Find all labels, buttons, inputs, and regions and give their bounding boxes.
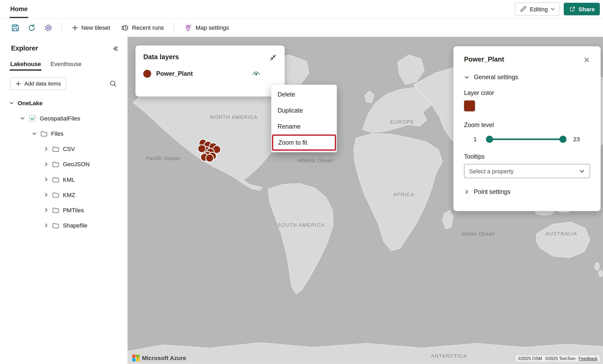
- folder-icon: [52, 161, 59, 168]
- menu-item-zoom-to-fit[interactable]: Zoom to fit: [272, 135, 336, 151]
- folder-icon: [52, 206, 59, 214]
- tree-item-label: PMTiles: [63, 207, 84, 213]
- tree-item-onelake[interactable]: OneLake: [0, 95, 127, 110]
- slider-track[interactable]: [488, 138, 564, 140]
- new-tileset-button[interactable]: New tileset: [69, 23, 112, 33]
- tab-lakehouse[interactable]: Lakehouse: [6, 57, 46, 71]
- map-label-north-america: NORTH AMERICA: [210, 115, 258, 120]
- zoom-min-value: 1: [474, 136, 477, 142]
- chevron-down-icon[interactable]: [31, 131, 37, 136]
- share-label: Share: [578, 6, 595, 12]
- chevron-down-icon: [551, 7, 555, 11]
- layer-row-power-plant[interactable]: Power_Plant: [143, 70, 277, 78]
- map-brand: Microsoft Azure: [132, 355, 186, 361]
- save-button[interactable]: [10, 23, 21, 33]
- attribution-osm: ©2025 OSM: [518, 356, 542, 361]
- tree-item-pmtiles[interactable]: PMTiles: [0, 203, 127, 218]
- tree-item-label: Shapefile: [63, 222, 87, 229]
- tooltips-property-dropdown[interactable]: Select a property: [464, 164, 590, 178]
- slider-thumb-min[interactable]: [486, 136, 493, 143]
- tree-item-files[interactable]: Files: [0, 126, 127, 141]
- map-label-europe: EUROPE: [391, 119, 414, 125]
- editing-mode-button[interactable]: Editing: [515, 2, 560, 16]
- collapse-panel-icon[interactable]: [112, 45, 119, 52]
- tree-item-label: KMZ: [63, 191, 75, 198]
- top-bar: Home Editing Share: [0, 0, 603, 18]
- pencil-icon: [520, 6, 527, 13]
- chevron-down-icon: [464, 74, 470, 80]
- map-label-atlantic-ocean: Atlantic Ocean: [297, 158, 333, 163]
- layer-visibility-eye-icon[interactable]: [252, 70, 260, 78]
- tab-eventhouse-label: Eventhouse: [50, 60, 81, 67]
- menu-item-rename[interactable]: Rename: [271, 118, 337, 134]
- tab-lakehouse-label: Lakehouse: [10, 60, 41, 67]
- map-settings-label: Map settings: [196, 24, 229, 31]
- menu-item-duplicate[interactable]: Duplicate: [271, 102, 337, 118]
- chevron-right-icon[interactable]: [43, 161, 49, 167]
- recent-runs-icon: [121, 24, 129, 32]
- tree-item-label: Files: [51, 130, 63, 137]
- feedback-link[interactable]: Feedback: [579, 356, 597, 361]
- layer-settings-title: Power_Plant: [464, 56, 504, 64]
- tree-item-geojson[interactable]: GeoJSON: [0, 156, 127, 172]
- tree-item-shapefile[interactable]: Shapefile: [0, 218, 127, 233]
- map-settings-button[interactable]: Map settings: [182, 22, 231, 33]
- app-window: Home Editing Share: [0, 0, 603, 364]
- folder-icon: [41, 130, 48, 137]
- chevron-down-icon[interactable]: [20, 115, 25, 121]
- point-settings-label: Point settings: [474, 188, 510, 195]
- close-icon[interactable]: [583, 56, 590, 63]
- add-data-items-label: Add data items: [24, 80, 61, 87]
- tab-home-underline: [9, 17, 28, 18]
- collapse-card-icon[interactable]: [269, 54, 277, 61]
- map-label-antarctica: ANTARCTICA: [431, 353, 467, 359]
- lakehouse-icon: [29, 115, 36, 122]
- tab-eventhouse[interactable]: Eventhouse: [46, 57, 86, 71]
- recent-runs-button[interactable]: Recent runs: [119, 22, 166, 33]
- search-icon[interactable]: [109, 80, 117, 88]
- explorer-title: Explorer: [11, 45, 38, 53]
- toolbar: New tileset Recent runs Map settings: [0, 18, 603, 37]
- map-canvas[interactable]: NORTH AMERICA Pacific Ocean Atlantic Oce…: [128, 37, 603, 364]
- tree-item-geospatialfiles[interactable]: GeospatialFiles: [0, 111, 127, 126]
- add-data-items-button[interactable]: Add data items: [10, 77, 66, 90]
- share-button[interactable]: Share: [564, 3, 600, 15]
- refresh-button[interactable]: [27, 23, 37, 33]
- chevron-right-icon[interactable]: [43, 207, 49, 213]
- chevron-right-icon[interactable]: [43, 146, 49, 152]
- chevron-right-icon[interactable]: [43, 192, 49, 198]
- zoom-max-value: 23: [573, 136, 580, 142]
- folder-icon: [52, 145, 59, 153]
- recent-runs-label: Recent runs: [132, 24, 164, 31]
- chevron-down-icon: [579, 168, 585, 174]
- brand-text: Microsoft Azure: [142, 355, 186, 361]
- tab-underline: [9, 69, 42, 70]
- map-pin-icon: [185, 24, 192, 32]
- layer-color-label: Layer color: [464, 89, 590, 97]
- editing-label: Editing: [530, 6, 548, 12]
- map-label-pacific-ocean: Pacific Ocean: [146, 155, 180, 161]
- general-settings-label: General settings: [474, 74, 518, 81]
- tab-home[interactable]: Home: [9, 0, 28, 18]
- plus-icon: [72, 24, 78, 31]
- folder-icon: [52, 222, 59, 229]
- tooltips-label: Tooltips: [464, 153, 590, 160]
- chevron-down-icon[interactable]: [9, 100, 14, 106]
- general-settings-section[interactable]: General settings: [464, 74, 590, 81]
- explorer-tree: OneLake GeospatialFiles Files CSV: [0, 95, 127, 233]
- layer-name: Power_Plant: [156, 70, 193, 77]
- tree-item-label: OneLake: [18, 100, 43, 106]
- tree-item-label: GeoJSON: [63, 161, 90, 168]
- tree-item-csv[interactable]: CSV: [0, 141, 127, 156]
- tree-item-kmz[interactable]: KMZ: [0, 187, 127, 202]
- data-layers-title: Data layers: [143, 53, 179, 61]
- settings-gear-button[interactable]: [43, 23, 53, 33]
- menu-item-delete[interactable]: Delete: [271, 86, 337, 102]
- explorer-tabs: Lakehouse Eventhouse: [0, 53, 127, 71]
- chevron-right-icon[interactable]: [43, 223, 49, 228]
- tree-item-kml[interactable]: KML: [0, 172, 127, 187]
- point-settings-section[interactable]: Point settings: [464, 188, 590, 195]
- chevron-right-icon[interactable]: [43, 177, 49, 182]
- layer-color-swatch[interactable]: [464, 100, 475, 112]
- slider-thumb-max[interactable]: [559, 136, 566, 143]
